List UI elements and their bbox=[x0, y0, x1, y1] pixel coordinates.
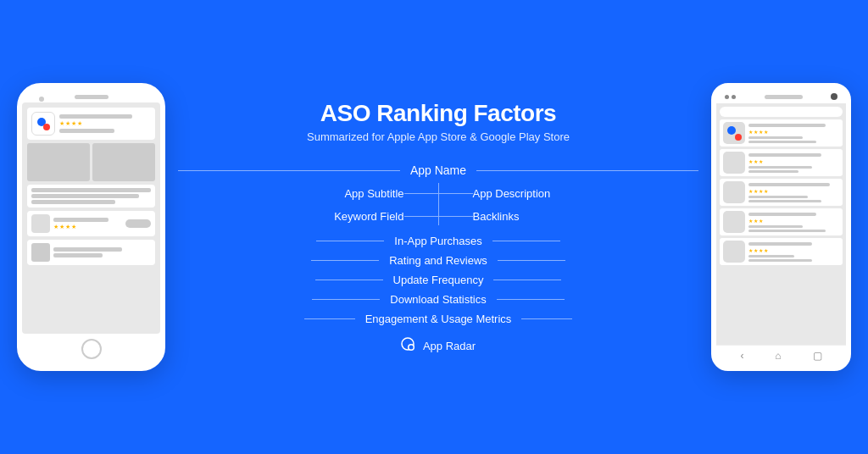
app-name-bar bbox=[59, 114, 132, 119]
app-header-text: ★ ★ ★ ★ bbox=[59, 114, 151, 133]
iphone-speaker bbox=[75, 95, 108, 99]
android-stars-5: ★ ★ ★ ★ bbox=[748, 247, 839, 253]
left-factors: App Subtitle Keyword Field bbox=[178, 183, 438, 227]
download-line-right bbox=[497, 299, 565, 300]
abar12 bbox=[748, 230, 826, 232]
page-subtitle: Summarized for Apple App Store & Google … bbox=[307, 130, 570, 143]
backlinks-line-conn bbox=[439, 216, 473, 217]
android-item-1: ★ ★ ★ ★ bbox=[720, 119, 843, 147]
get-button bbox=[125, 219, 151, 228]
subtitle-line bbox=[404, 193, 438, 194]
android-mockup: ★ ★ ★ ★ ★ ★ ★ bbox=[711, 83, 851, 371]
desc-line-1 bbox=[31, 188, 151, 192]
as16: ★ bbox=[754, 247, 758, 253]
bs2: ★ bbox=[59, 224, 64, 230]
iphone-screen: ★ ★ ★ ★ bbox=[22, 102, 160, 334]
abar7 bbox=[748, 183, 830, 186]
home-button-area bbox=[22, 334, 160, 366]
brand-name: App Radar bbox=[423, 340, 476, 352]
brand-area: App Radar bbox=[401, 337, 476, 354]
android-camera bbox=[831, 93, 837, 100]
brand-logo-svg bbox=[401, 337, 418, 354]
factor-iap-row: In-App Purchases bbox=[178, 231, 698, 251]
factors-list: App Name App Subtitle Keyword Field bbox=[178, 160, 698, 329]
abar15 bbox=[748, 259, 812, 262]
as10: ★ bbox=[759, 188, 763, 194]
android-top-bar bbox=[716, 88, 846, 103]
abar5 bbox=[748, 166, 812, 169]
abar2 bbox=[748, 136, 803, 139]
dot1 bbox=[725, 95, 729, 99]
as11: ★ bbox=[764, 188, 768, 194]
as14: ★ bbox=[759, 218, 763, 224]
as2: ★ bbox=[754, 129, 758, 135]
factor-rating-row: Rating and Reviews bbox=[178, 251, 698, 270]
factor-engagement-row: Engagement & Usage Metrics bbox=[178, 309, 698, 329]
abar10 bbox=[748, 213, 816, 216]
as9: ★ bbox=[754, 188, 758, 194]
android-stars-3: ★ ★ ★ ★ bbox=[748, 188, 839, 194]
abar11 bbox=[748, 225, 803, 228]
android-stars-1: ★ ★ ★ ★ bbox=[748, 129, 839, 135]
screenshot-1 bbox=[27, 143, 90, 181]
android-item-3: ★ ★ ★ ★ bbox=[720, 179, 843, 206]
subtitle-row: App Subtitle bbox=[178, 183, 438, 204]
android-app-icon-1 bbox=[723, 122, 745, 144]
android-app-icon-5 bbox=[723, 241, 745, 263]
bottom-icon bbox=[31, 214, 50, 233]
as17: ★ bbox=[759, 247, 763, 253]
center-content: ASO Ranking Factors Summarized for Apple… bbox=[165, 100, 711, 354]
android-item-text-5: ★ ★ ★ ★ bbox=[748, 242, 839, 262]
line-right-name bbox=[476, 170, 698, 171]
main-container: ★ ★ ★ ★ bbox=[0, 0, 868, 454]
factor-update-row: Update Frequency bbox=[178, 270, 698, 290]
star2: ★ bbox=[65, 120, 70, 127]
engage-line-right bbox=[521, 318, 572, 319]
line-left-name bbox=[178, 170, 400, 171]
android-item-2: ★ ★ ★ bbox=[720, 149, 843, 176]
screenshot-2 bbox=[92, 143, 155, 181]
abar6 bbox=[748, 170, 798, 173]
abar1 bbox=[748, 124, 826, 127]
bottom-section-2 bbox=[27, 240, 155, 265]
description-area bbox=[27, 185, 155, 208]
factor-backlinks: Backlinks bbox=[473, 206, 520, 227]
factor-subtitle-desc-row: App Subtitle Keyword Field App Descripti… bbox=[178, 180, 698, 230]
nav-home-icon: ⌂ bbox=[775, 350, 781, 362]
android-speaker bbox=[765, 95, 803, 99]
as3: ★ bbox=[759, 129, 763, 135]
bottom-text: ★ ★ ★ ★ bbox=[53, 218, 122, 230]
icon-blue-1 bbox=[727, 126, 736, 135]
android-app-icon-4 bbox=[723, 211, 745, 233]
home-button bbox=[81, 339, 102, 359]
as5: ★ bbox=[748, 158, 753, 164]
as8: ★ bbox=[748, 188, 753, 194]
as15: ★ bbox=[748, 247, 753, 253]
factor-app-subtitle: App Subtitle bbox=[344, 183, 403, 204]
bottom-text-2 bbox=[53, 247, 151, 257]
as7: ★ bbox=[759, 158, 763, 164]
backlinks-row: Backlinks bbox=[439, 206, 699, 227]
android-dots bbox=[725, 95, 736, 99]
iap-line-left bbox=[316, 241, 384, 241]
iphone-app-header: ★ ★ ★ ★ bbox=[27, 108, 155, 140]
bottom-bar-1 bbox=[53, 218, 108, 222]
android-item-text-1: ★ ★ ★ ★ bbox=[748, 124, 839, 143]
as1: ★ bbox=[748, 129, 753, 135]
bottom-bar-2a bbox=[53, 247, 122, 252]
as18: ★ bbox=[764, 247, 768, 253]
nav-back-icon: ‹ bbox=[740, 350, 743, 362]
factor-app-name: App Name bbox=[400, 160, 476, 180]
rating-line-left bbox=[311, 260, 379, 261]
android-search-bar bbox=[720, 107, 843, 117]
iap-line-right bbox=[492, 241, 560, 241]
android-stars-2: ★ ★ ★ bbox=[748, 158, 839, 164]
factor-in-app-purchases: In-App Purchases bbox=[384, 231, 492, 251]
as12: ★ bbox=[748, 218, 753, 224]
android-item-5: ★ ★ ★ ★ bbox=[720, 238, 843, 265]
page-title: ASO Ranking Factors bbox=[320, 100, 556, 127]
as6: ★ bbox=[754, 158, 758, 164]
bs3: ★ bbox=[65, 224, 70, 230]
factor-keyword: Keyword Field bbox=[334, 206, 403, 227]
desc-line-conn bbox=[439, 193, 473, 194]
